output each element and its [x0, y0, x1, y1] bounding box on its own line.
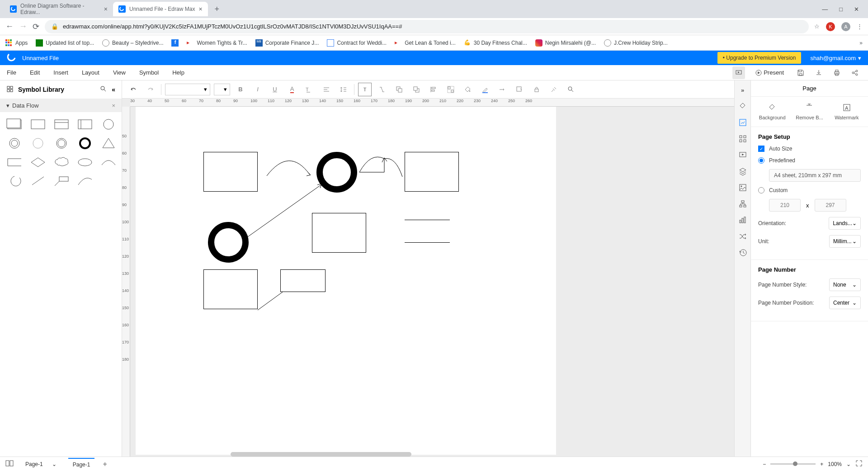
extension-badge[interactable]: K: [826, 22, 835, 31]
underline-button[interactable]: U: [268, 83, 282, 96]
share-icon[interactable]: [849, 66, 861, 79]
forward-icon[interactable]: →: [19, 22, 27, 31]
bookmark-item[interactable]: Beauty – Styledrive...: [102, 39, 163, 47]
page-settings-icon[interactable]: [737, 117, 749, 128]
collapse-icon[interactable]: «: [112, 86, 115, 93]
page-number-position-select[interactable]: Center⌄: [829, 297, 861, 309]
page-number-style-select[interactable]: None⌄: [829, 278, 861, 291]
add-page-button[interactable]: +: [103, 460, 107, 468]
close-icon[interactable]: ×: [198, 5, 202, 13]
expand-panel-icon[interactable]: »: [737, 84, 749, 96]
diagram-line-arrow[interactable]: [244, 181, 326, 240]
shape-ring-bold[interactable]: [75, 136, 95, 151]
diagram-hline[interactable]: [405, 220, 450, 220]
browser-tab[interactable]: Online Diagram Software - Edraw... ×: [5, 2, 113, 16]
user-menu[interactable]: shah@gmail.com▾: [810, 55, 861, 61]
maximize-icon[interactable]: □: [839, 6, 843, 13]
present-button[interactable]: Present: [750, 67, 789, 78]
page-surface[interactable]: [136, 107, 556, 455]
menu-help[interactable]: Help: [172, 69, 184, 76]
shape-triangle[interactable]: [99, 136, 118, 151]
horizontal-scrollbar[interactable]: [231, 452, 411, 457]
grid-icon[interactable]: [737, 133, 749, 145]
redo-button[interactable]: [144, 83, 157, 96]
undo-button[interactable]: [127, 83, 140, 96]
print-icon[interactable]: [830, 66, 843, 79]
font-size-select[interactable]: ▾: [214, 84, 230, 95]
save-icon[interactable]: [794, 66, 807, 79]
shape-rectangle[interactable]: [28, 117, 48, 132]
diagram-line[interactable]: [258, 290, 285, 312]
bold-button[interactable]: B: [234, 83, 247, 96]
back-icon[interactable]: ←: [5, 22, 14, 31]
shape-ring[interactable]: [52, 136, 71, 151]
align-left-button[interactable]: [427, 83, 440, 96]
bookmark-item[interactable]: MilCorporate Finance J...: [255, 39, 319, 47]
star-icon[interactable]: ☆: [814, 23, 820, 30]
watermark-tab[interactable]: AWatermark: [829, 103, 864, 120]
connector-button[interactable]: [375, 83, 389, 96]
shape-arc[interactable]: [99, 155, 118, 170]
browser-tab-active[interactable]: Unnamed File - Edraw Max ×: [113, 2, 208, 16]
background-tab[interactable]: Background: [755, 103, 790, 120]
line-color-button[interactable]: [478, 83, 492, 96]
upgrade-button[interactable]: • Upgrade to Premium Version: [717, 52, 802, 64]
width-input[interactable]: [769, 199, 801, 212]
text-case-button[interactable]: T: [302, 83, 316, 96]
image-icon[interactable]: [737, 182, 749, 193]
close-window-icon[interactable]: ✕: [854, 6, 859, 13]
menu-view[interactable]: View: [113, 69, 126, 76]
menu-edit[interactable]: Edit: [30, 69, 40, 76]
font-color-button[interactable]: A: [285, 83, 299, 96]
apps-button[interactable]: Apps: [5, 39, 28, 47]
profile-avatar[interactable]: A: [841, 22, 850, 31]
bookmark-item[interactable]: f: [171, 39, 179, 47]
diagram-rectangle[interactable]: [280, 269, 326, 292]
shuffle-icon[interactable]: [737, 231, 749, 242]
menu-layout[interactable]: Layout: [82, 69, 99, 76]
shape-process[interactable]: [5, 117, 24, 132]
shape-side-rect[interactable]: [75, 117, 95, 132]
page-select[interactable]: Page-1⌄: [22, 458, 60, 471]
shape-ellipse[interactable]: [75, 155, 95, 170]
page-tab[interactable]: Page-1: [68, 458, 95, 471]
shape-circle[interactable]: [99, 117, 118, 132]
line-spacing-button[interactable]: [337, 83, 350, 96]
category-header[interactable]: ▾ Data Flow ×: [0, 99, 122, 112]
align-button[interactable]: [320, 83, 333, 96]
italic-button[interactable]: I: [251, 83, 264, 96]
new-tab-button[interactable]: +: [208, 5, 226, 14]
bookmark-item[interactable]: Contract for Weddi...: [327, 39, 387, 47]
tools-button[interactable]: [547, 83, 561, 96]
bookmark-item[interactable]: J.Crew Holiday Strip...: [604, 39, 668, 47]
diagram-rectangle[interactable]: [405, 152, 459, 192]
bookmarks-overflow[interactable]: »: [859, 40, 863, 46]
search-icon[interactable]: [100, 85, 107, 94]
slideshow-icon[interactable]: [737, 149, 749, 161]
menu-insert[interactable]: Insert: [53, 69, 68, 76]
diagram-arc-arrow[interactable]: [357, 154, 407, 179]
unit-select[interactable]: Millim...⌄: [829, 235, 861, 248]
canvas[interactable]: 30 40 50 60 70 80 90 100 110 120 130 140…: [122, 99, 734, 457]
bookmark-item[interactable]: Updated list of top...: [36, 39, 94, 47]
height-input[interactable]: [815, 199, 846, 212]
shape-arc-open[interactable]: [5, 174, 24, 189]
auto-size-checkbox[interactable]: ✓Auto Size: [758, 146, 861, 152]
theme-icon[interactable]: [737, 100, 749, 112]
page-size-display[interactable]: A4 sheet, 210mm x 297 mm: [769, 169, 861, 182]
menu-file[interactable]: File: [7, 69, 16, 76]
shape-line[interactable]: [28, 174, 48, 189]
bookmark-item[interactable]: ▸Get Lean & Toned i...: [395, 39, 456, 47]
search-button[interactable]: [564, 83, 578, 96]
history-icon[interactable]: [737, 247, 749, 259]
diagram-hline[interactable]: [405, 242, 450, 243]
edit-shape-button[interactable]: [513, 83, 526, 96]
line-style-button[interactable]: [495, 83, 509, 96]
diagram-ring[interactable]: [208, 222, 249, 263]
pages-layout-icon[interactable]: [5, 460, 14, 468]
zoom-slider[interactable]: [770, 463, 816, 465]
chart-icon[interactable]: [737, 214, 749, 226]
predefined-radio[interactable]: Predefined: [758, 157, 861, 164]
export-icon[interactable]: [812, 66, 825, 79]
shape-cloud[interactable]: [52, 155, 71, 170]
